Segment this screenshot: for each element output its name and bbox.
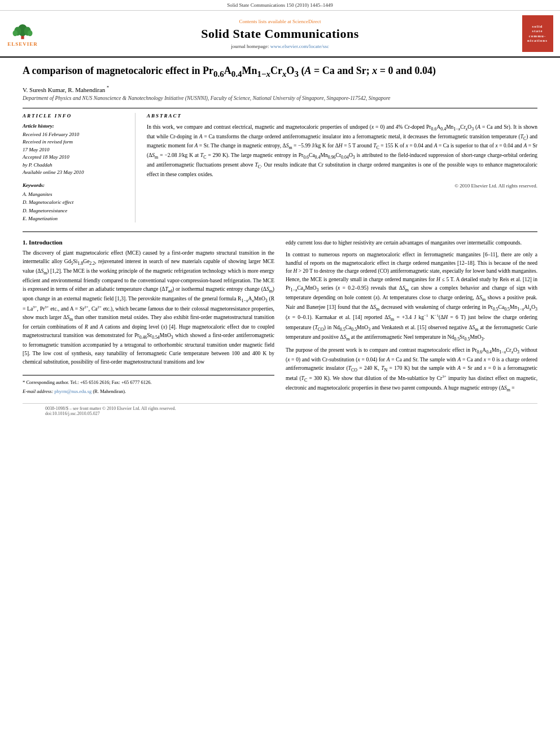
- history-revised: Received in revised form: [23, 138, 126, 146]
- article-info-heading: ARTICLE INFO: [23, 113, 126, 119]
- journal-title: Solid State Communications: [201, 27, 358, 41]
- keyword-2: D. Magnetocaloric effect: [23, 198, 126, 206]
- abstract-heading: ABSTRACT: [147, 113, 537, 119]
- paper-title: A comparison of magnetocaloric effect in…: [23, 64, 537, 80]
- history-accepted: Accepted 18 May 2010: [23, 154, 126, 161]
- abstract-section: ABSTRACT In this work, we compare and co…: [147, 113, 537, 223]
- footnote-email: E-mail address: phyrm@nus.edu.sg (R. Mah…: [23, 388, 274, 395]
- info-area: ARTICLE INFO Article history: Received 1…: [23, 108, 537, 223]
- keyword-4: E. Magnetization: [23, 215, 126, 222]
- keyword-1: A. Manganites: [23, 190, 126, 198]
- journal-homepage: journal homepage: www.elsevier.com/locat…: [231, 43, 329, 49]
- history-online: Available online 23 May 2010: [23, 169, 126, 177]
- footnote-corresponding: * Corresponding author. Tel.: +65 6516 2…: [23, 379, 274, 386]
- copyright: © 2010 Elsevier Ltd. All rights reserved…: [147, 183, 537, 189]
- intro-text-col2-p2: In contrast to numerous reports on magne…: [286, 251, 537, 343]
- keywords-label: Keywords:: [23, 182, 126, 188]
- homepage-link[interactable]: www.elsevier.com/locate/ssc: [270, 43, 329, 49]
- intro-text-col2-p1: eddy current loss due to higher resistiv…: [286, 239, 537, 247]
- contents-link: Contents lists available at ScienceDirec…: [239, 19, 321, 24]
- main-content: A comparison of magnetocaloric effect in…: [0, 58, 560, 423]
- keywords-section: Keywords: A. Manganites D. Magnetocalori…: [23, 182, 126, 223]
- doi-text: doi:10.1016/j.ssc.2010.05.027: [45, 411, 515, 416]
- thumb-title: solidstatecommu-nications: [527, 24, 548, 43]
- journal-citation: Solid State Communications 150 (2010) 14…: [0, 0, 560, 11]
- elsevier-tree-icon: [8, 20, 37, 40]
- affiliation: Department of Physics and NUS Nanoscienc…: [23, 95, 537, 101]
- body-col-right: eddy current loss due to higher resistiv…: [286, 239, 537, 397]
- body-col-left: 1. Introduction The discovery of giant m…: [23, 239, 274, 397]
- elsevier-label: ELSEVIER: [7, 41, 38, 47]
- elsevier-logo-area: ELSEVIER: [0, 15, 45, 52]
- intro-heading: 1. Introduction: [23, 239, 274, 246]
- article-info: ARTICLE INFO Article history: Received 1…: [23, 113, 135, 223]
- journal-thumb-area: solidstatecommu-nications: [515, 15, 560, 52]
- bottom-bar: 0038-1098/$ – see front matter © 2010 El…: [23, 403, 537, 416]
- svg-point-4: [13, 30, 18, 37]
- journal-thumb: solidstatecommu-nications: [522, 15, 553, 52]
- intro-text-col2-p3: The purpose of the present work is to co…: [286, 346, 537, 394]
- journal-header-center: Contents lists available at ScienceDirec…: [45, 15, 515, 52]
- history-label: Article history:: [23, 123, 126, 129]
- body-columns: 1. Introduction The discovery of giant m…: [23, 239, 537, 397]
- journal-header: ELSEVIER Contents lists available at Sci…: [0, 11, 560, 58]
- section-divider: [23, 231, 537, 232]
- history-received: Received 16 February 2010: [23, 131, 126, 139]
- authors: V. Suresh Kumar, R. Mahendiran *: [23, 85, 537, 93]
- abstract-text: In this work, we compare and contrast el…: [147, 123, 537, 178]
- keyword-3: D. Magnetoresistance: [23, 207, 126, 215]
- elsevier-logo: ELSEVIER: [7, 20, 38, 47]
- footnote-area: * Corresponding author. Tel.: +65 6516 2…: [23, 375, 274, 395]
- svg-point-5: [28, 30, 33, 37]
- history-revised-date: 17 May 2010: [23, 146, 126, 154]
- issn-text: 0038-1098/$ – see front matter © 2010 El…: [45, 406, 515, 411]
- intro-text-col1: The discovery of giant magnetocaloric ef…: [23, 249, 274, 366]
- history-by: by P. Chaddah: [23, 161, 126, 169]
